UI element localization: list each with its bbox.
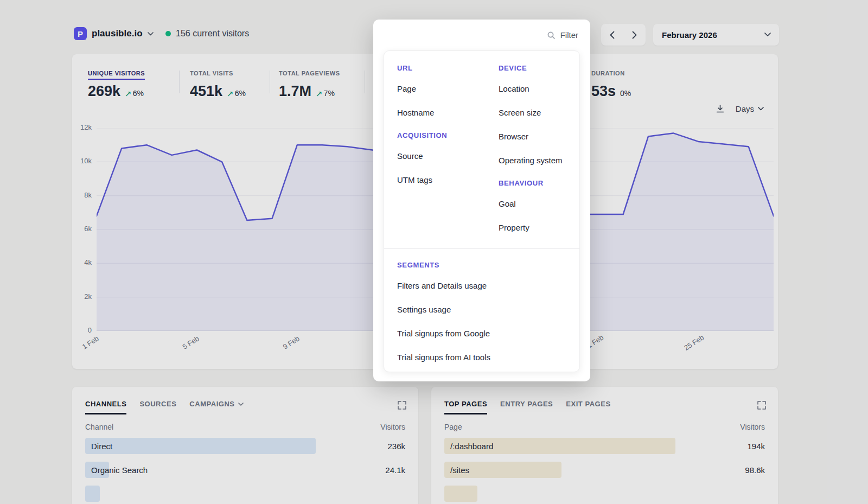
- filter-option-utm-tags[interactable]: UTM tags: [397, 175, 499, 186]
- filter-option-property[interactable]: Property: [499, 222, 579, 233]
- filter-column-left: URLPageHostnameACQUISITIONSourceUTM tags: [397, 64, 499, 246]
- filter-group-device: DEVICE: [499, 64, 579, 73]
- filter-option-browser[interactable]: Browser: [499, 131, 579, 142]
- filter-search-input[interactable]: Filter: [547, 20, 586, 50]
- filter-group-behaviour: BEHAVIOUR: [499, 179, 579, 188]
- search-icon: [547, 31, 556, 40]
- filter-option-goal[interactable]: Goal: [499, 199, 579, 209]
- filter-group-url: URL: [397, 64, 499, 73]
- filter-search-placeholder: Filter: [560, 30, 578, 40]
- filter-column-right: DEVICELocationScreen sizeBrowserOperatin…: [499, 64, 579, 246]
- dashboard-page: P plausible.io 156 current visitors Febr…: [0, 0, 868, 504]
- filter-modal: Filter URLPageHostnameACQUISITIONSourceU…: [373, 20, 590, 381]
- filter-group-segments: SEGMENTS: [397, 261, 566, 270]
- filter-option-source[interactable]: Source: [397, 151, 499, 162]
- filter-option-filters-and-details-usage[interactable]: Filters and Details usage: [397, 280, 566, 291]
- filter-option-page[interactable]: Page: [397, 84, 499, 94]
- filter-option-trial-signups-from-google[interactable]: Trial signups from Google: [397, 328, 566, 339]
- filter-option-operating-system[interactable]: Operating system: [499, 155, 579, 166]
- filter-option-trial-signups-from-ai-tools[interactable]: Trial signups from AI tools: [397, 352, 566, 363]
- filter-option-screen-size[interactable]: Screen size: [499, 107, 579, 118]
- filter-option-settings-usage[interactable]: Settings usage: [397, 304, 566, 315]
- filter-options-panel: URLPageHostnameACQUISITIONSourceUTM tags…: [384, 50, 580, 372]
- filter-group-acquisition: ACQUISITION: [397, 131, 499, 140]
- filter-columns: URLPageHostnameACQUISITIONSourceUTM tags…: [384, 64, 579, 246]
- segments-section: SEGMENTSFilters and Details usageSetting…: [384, 261, 579, 363]
- divider: [384, 248, 579, 249]
- filter-option-hostname[interactable]: Hostname: [397, 107, 499, 118]
- filter-option-location[interactable]: Location: [499, 84, 579, 94]
